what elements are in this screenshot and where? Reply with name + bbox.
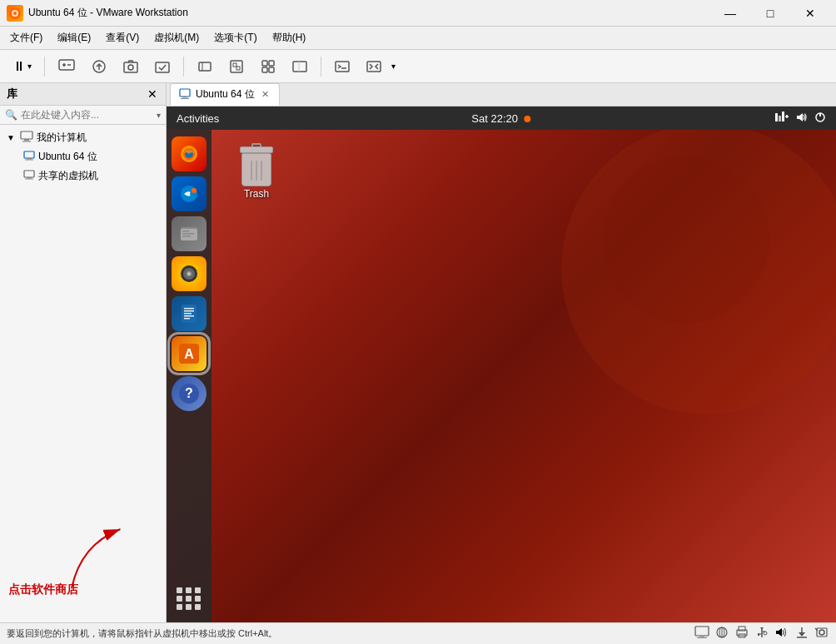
svg-marker-81 [760,627,764,630]
dock-firefox-button[interactable] [172,136,207,171]
tab-ubuntu[interactable]: Ubuntu 64 位 ✕ [170,83,280,106]
status-audio-icon[interactable] [774,626,789,642]
tab-close-button[interactable]: ✕ [260,89,271,100]
tab-icon [179,88,191,102]
unity-button[interactable] [222,54,251,79]
tree-label-shared: 共享的虚拟机 [38,169,98,183]
tree-item-ubuntu[interactable]: Ubuntu 64 位 [0,147,166,166]
dock-help-button[interactable]: ? [172,376,207,411]
svg-rect-62 [184,308,194,310]
ubuntu-status-icons [774,111,826,126]
vm-icon [23,151,35,163]
dock-libreoffice-button[interactable] [172,296,207,331]
menu-view[interactable]: 查看(V) [99,28,146,47]
svg-rect-71 [695,627,709,636]
dock-thunderbird-button[interactable] [172,176,207,211]
svg-point-51 [192,188,197,193]
tree-item-mycomputer[interactable]: ▼ 我的计算机 [0,128,166,147]
view3-button[interactable] [254,54,282,79]
pause-button[interactable]: ⏸ ▾ [7,54,37,79]
pause-icon: ⏸ [12,59,26,74]
snapshot-icon [122,58,139,75]
svg-rect-40 [779,116,781,121]
menu-edit[interactable]: 编辑(E) [51,28,97,47]
console-button[interactable] [328,54,356,79]
main-content: 库 ✕ 🔍 ▾ ▼ 我的计算机 [0,83,836,622]
stretch-icon [366,58,382,75]
dock-appcenter-button[interactable]: A [172,336,207,371]
status-settings-icon[interactable] [814,626,829,642]
ubuntu-clock: Sat 22:20 [471,112,530,125]
snapshot-button[interactable] [117,54,145,79]
network-icon[interactable] [774,111,789,126]
menu-tabs[interactable]: 选项卡(T) [207,28,263,47]
window-title: Ubuntu 64 位 - VMware Workstation [28,6,711,20]
view4-button[interactable] [286,54,314,79]
trash-image [236,143,276,186]
sidebar: 库 ✕ 🔍 ▾ ▼ 我的计算机 [0,83,167,622]
annotation-area: 点击软件商店 [0,370,166,622]
status-usb-icon[interactable] [754,626,769,642]
status-download-icon[interactable] [794,626,809,642]
svg-rect-64 [184,313,192,315]
ubuntu-activities-button[interactable]: Activities [177,112,219,125]
dock-show-apps-button[interactable] [172,581,207,616]
svg-rect-37 [182,97,187,98]
clock-text: Sat 22:20 [471,112,518,125]
svg-rect-15 [233,63,236,67]
menu-help[interactable]: 帮助(H) [266,28,313,47]
svg-rect-21 [293,62,306,72]
maximize-button[interactable]: □ [751,2,789,25]
ubuntu-desktop[interactable]: Activities Sat 22:20 [167,107,836,622]
stretch-button[interactable] [360,54,388,79]
unity-icon [228,58,245,75]
status-computer-icon[interactable] [694,626,709,642]
dock-files-button[interactable] [172,216,207,251]
snapshot2-icon [154,58,171,75]
status-print-icon[interactable] [734,626,749,642]
sidebar-title: 库 [7,87,17,102]
pause-dropdown-icon[interactable]: ▾ [27,62,32,71]
search-bar: 🔍 ▾ [0,106,166,125]
arrow-svg [53,515,163,598]
stretch-dropdown[interactable]: ▾ [391,62,396,71]
svg-rect-39 [775,113,778,121]
svg-rect-19 [262,67,267,72]
fullscreen-button[interactable] [191,54,219,79]
search-input[interactable] [21,109,153,121]
tree-item-shared[interactable]: 共享的虚拟机 [0,166,166,186]
dock-rhythmbox-button[interactable] [172,256,207,291]
svg-rect-9 [124,62,137,72]
clock-indicator [525,116,531,122]
sidebar-header: 库 ✕ [0,83,166,106]
tab-bar: Ubuntu 64 位 ✕ [167,83,836,107]
desktop-trash-icon[interactable]: Trash [233,140,280,203]
menu-file[interactable]: 文件(F) [3,28,49,47]
status-network-icon[interactable] [714,626,729,642]
restore-button[interactable] [85,54,113,79]
snapshot2-button[interactable] [148,54,177,79]
sidebar-close-button[interactable]: ✕ [146,87,159,101]
svg-rect-65 [184,315,194,317]
tree-label-mycomputer: 我的计算机 [37,131,87,145]
svg-rect-41 [782,111,784,121]
menu-vm[interactable]: 虚拟机(M) [147,28,206,47]
window-controls: — □ ✕ [711,2,829,25]
power-icon[interactable] [814,111,826,126]
svg-rect-25 [367,62,381,72]
close-button[interactable]: ✕ [791,2,829,25]
status-bar: 要返回到您的计算机，请将鼠标指针从虚拟机中移出或按 Ctrl+Alt。 [0,622,836,644]
ubuntu-topbar: Activities Sat 22:20 [167,107,836,130]
minimize-button[interactable]: — [711,2,749,25]
svg-rect-29 [24,151,34,158]
toolbar-sep-2 [183,57,184,77]
sound-icon[interactable] [796,111,808,126]
svg-rect-17 [262,61,267,66]
svg-rect-26 [21,131,32,139]
svg-rect-63 [184,310,194,312]
svg-rect-16 [236,67,240,70]
fullscreen-icon [197,58,213,75]
send-ctrlaltdel-button[interactable] [52,54,82,79]
search-dropdown-icon[interactable]: ▾ [157,111,161,120]
svg-marker-88 [799,632,805,637]
